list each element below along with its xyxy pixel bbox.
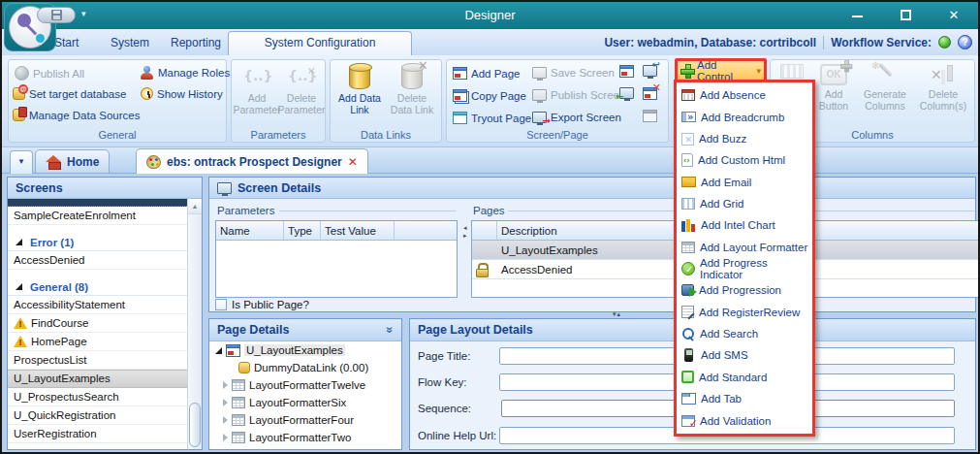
column-header-test-value[interactable]: Test Value	[321, 221, 395, 240]
column-header-type[interactable]: Type	[284, 221, 321, 240]
screens-list-item[interactable]: U_ProspectusSearch	[8, 388, 187, 406]
logo-dot	[36, 34, 45, 43]
menu-item-add-buzz[interactable]: Add Buzz	[677, 128, 812, 149]
layout-table-icon	[232, 414, 245, 426]
screens-list-item[interactable]: ProspectusList	[8, 351, 187, 370]
show-history-button[interactable]: Show History	[141, 87, 223, 100]
scrollbar-up-icon[interactable]: ▲	[188, 199, 202, 214]
screens-group-general[interactable]: General (8)	[8, 278, 187, 296]
tree-node-formatter[interactable]: LayoutFormatterTwo	[209, 429, 401, 446]
copy-page-button[interactable]: Copy Page	[453, 89, 526, 102]
delete-data-link-button[interactable]: Delete Data Link	[387, 64, 437, 115]
add-parameter-button[interactable]: Add Parameter	[236, 64, 278, 115]
publish-screen-button[interactable]: Publish Screen	[532, 89, 625, 101]
tab-list-button[interactable]: ▼	[10, 150, 33, 174]
columns-icon	[780, 64, 804, 79]
target-database-icon	[13, 87, 25, 100]
collapse-chevron-icon[interactable]: »	[384, 327, 397, 334]
add-data-link-button[interactable]: Add Data Link	[334, 64, 385, 115]
tab-system-configuration-commands[interactable]: System Configuration Commands	[228, 31, 412, 55]
menu-item-add-search[interactable]: Add Search	[677, 323, 812, 344]
collapsed-arrow-icon[interactable]	[223, 399, 228, 406]
screens-list-item[interactable]: AccessDenied	[8, 251, 187, 270]
tree-node-formatter[interactable]: LayoutFormatterTwelve	[209, 376, 401, 394]
manage-roles-button[interactable]: Manage Roles	[141, 66, 230, 80]
add-button-button[interactable]: Add Button	[811, 64, 856, 112]
vertical-splitter-handle[interactable]: ◂▸	[463, 224, 468, 240]
menu-item-add-email[interactable]: Add Email	[677, 172, 812, 193]
group-label-general: General	[9, 129, 226, 141]
menu-item-add-custom-html[interactable]: Add Custom Html	[677, 149, 812, 171]
menu-item-add-standard[interactable]: Add Standard	[677, 367, 812, 388]
menu-item-add-progression[interactable]: Add Progression	[677, 279, 812, 301]
generate-columns-button[interactable]: Generate Columns	[858, 64, 912, 112]
tree-node-label: DummyDataLink (0.00)	[254, 362, 368, 373]
close-button[interactable]: ✕	[939, 7, 968, 24]
tryout-page-icon	[453, 112, 467, 124]
quick-save-button[interactable]	[37, 7, 76, 23]
save-screen-button[interactable]: Save Screen	[532, 67, 615, 79]
tab-reporting[interactable]: Reporting	[161, 33, 231, 55]
manage-data-sources-button[interactable]: Manage Data Sources	[13, 109, 140, 121]
tryout-page-button[interactable]: Tryout Page	[453, 112, 531, 124]
tree-node-formatter[interactable]: LayoutFormatterFour	[209, 411, 401, 429]
menu-item-add-layout-formatter[interactable]: Add Layout Formatter	[677, 237, 812, 258]
collapsed-arrow-icon[interactable]	[223, 434, 228, 441]
screen-tool-button[interactable]	[643, 110, 657, 122]
delete-columns-button[interactable]: Delete Column(s)	[914, 64, 972, 112]
screens-list-item[interactable]: SampleCreateEnrolment	[8, 207, 187, 225]
collapsed-arrow-icon[interactable]	[223, 416, 228, 424]
screen-tool-button[interactable]	[619, 65, 634, 78]
tab-prospect-designer[interactable]: ebs: ontrack Prospect Designer ✕	[136, 148, 368, 174]
tab-close-icon[interactable]: ✕	[348, 155, 358, 169]
screen-tool-button[interactable]: ✕	[643, 87, 657, 100]
screens-group-error[interactable]: Error (1)	[8, 234, 187, 251]
column-header-empty[interactable]	[395, 221, 457, 240]
screens-list-item[interactable]: HomePage	[8, 333, 187, 351]
screen-tool-button[interactable]: ←	[619, 87, 634, 99]
menu-item-add-grid[interactable]: Add Grid	[677, 193, 812, 214]
checkbox-icon[interactable]	[215, 299, 227, 310]
screens-list-item[interactable]: FindCourse	[8, 314, 187, 333]
menu-item-add-progress-indicator[interactable]: Add Progress Indicator	[677, 258, 812, 279]
is-public-page-checkbox[interactable]: Is Public Page?	[215, 299, 309, 310]
quick-access-caret-icon[interactable]: ▾	[81, 9, 86, 18]
columns-tool-button[interactable]	[776, 64, 807, 79]
tree-node-root[interactable]: U_LayoutExamples	[209, 341, 401, 359]
list-spacer	[8, 225, 187, 234]
screens-list-item[interactable]: UserRegistration	[8, 425, 187, 443]
tab-home[interactable]: Home	[35, 149, 110, 174]
tree-node-formatter[interactable]: LayoutFormatterSix	[209, 394, 401, 411]
scrollbar-thumb[interactable]	[189, 403, 201, 447]
column-header-icon[interactable]	[472, 221, 497, 240]
menu-item-add-tab[interactable]: Add Tab	[677, 388, 812, 409]
maximize-button[interactable]	[891, 7, 920, 24]
delete-parameter-button[interactable]: Delete Parameter	[280, 64, 323, 115]
tree-node-datalink[interactable]: DummyDataLink (0.00)	[209, 359, 401, 376]
menu-item-add-absence[interactable]: Add Absence	[677, 84, 812, 106]
screens-scrollbar[interactable]: ▲	[187, 199, 202, 449]
screens-list-item[interactable]: U_QuickRegistration	[8, 406, 187, 425]
publish-all-button[interactable]: Publish All	[15, 66, 84, 81]
help-icon[interactable]	[958, 35, 972, 49]
add-page-button[interactable]: Add Page	[453, 67, 521, 80]
menu-item-add-validation[interactable]: Add Validation	[677, 410, 812, 432]
menu-item-add-registerreview[interactable]: Add RegisterReview	[677, 302, 812, 323]
collapsed-arrow-icon[interactable]	[223, 381, 228, 389]
add-control-plus-icon	[680, 64, 693, 77]
export-screen-button[interactable]: →Export Screen	[532, 112, 621, 123]
warning-icon	[14, 336, 27, 347]
screen-tool-button[interactable]: ↩	[643, 65, 657, 77]
minimize-button[interactable]	[842, 7, 871, 24]
screens-list-item[interactable]: AccessibilityStatement	[8, 296, 187, 314]
database-icon	[349, 64, 370, 89]
horizontal-splitter-handle[interactable]: ▾▴	[613, 310, 621, 318]
tab-system[interactable]: System	[101, 33, 159, 55]
set-target-database-button[interactable]: Set target database	[13, 87, 126, 100]
column-header-name[interactable]: Name	[216, 221, 284, 240]
menu-item-add-breadcrumb[interactable]: Add Breadcrumb	[677, 107, 812, 128]
menu-item-add-sms[interactable]: Add SMS	[677, 344, 812, 366]
expanded-arrow-icon[interactable]	[215, 347, 222, 354]
screens-list-item-selected[interactable]: U_LayoutExamples	[8, 370, 187, 388]
menu-item-add-intel-chart[interactable]: Add Intel Chart	[677, 214, 812, 236]
